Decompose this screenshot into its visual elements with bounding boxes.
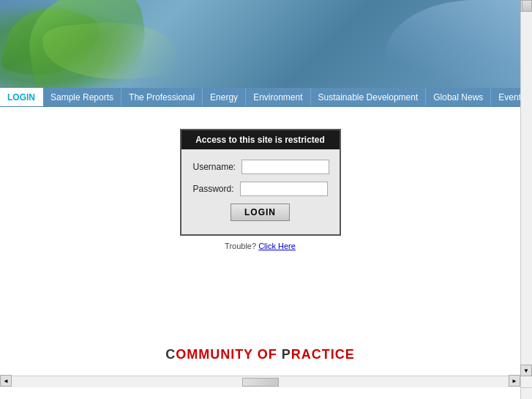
header-banner (0, 0, 532, 88)
practice-word: PRACTICE (282, 347, 355, 362)
nav-item-energy[interactable]: Energy (203, 88, 246, 106)
nav-bar: LOGIN Sample Reports The Professional En… (0, 88, 520, 107)
leaf-decoration-1 (0, 0, 103, 88)
community-word: COMMUNITY (165, 347, 253, 362)
scrollbar-thumb[interactable] (522, 0, 532, 12)
login-box: Access to this site is restricted Userna… (180, 129, 341, 236)
scrollbar-corner (520, 387, 532, 399)
password-label: Password: (193, 184, 240, 194)
click-here-link[interactable]: Click Here (258, 242, 296, 250)
username-row: Username: (193, 160, 328, 174)
login-box-header: Access to this site is restricted (181, 130, 340, 149)
nav-item-global-news[interactable]: Global News (426, 88, 491, 106)
wave-decoration (386, 0, 532, 88)
scroll-right-button[interactable]: ► (509, 375, 520, 387)
leaf-decoration-2 (42, 16, 178, 86)
scrollbar-bottom (0, 376, 520, 387)
nav-item-environment[interactable]: Environment (246, 88, 310, 106)
community-of-practice: COMMUNITY OF PRACTICE (0, 347, 520, 362)
nav-item-sustainable-development[interactable]: Sustainable Development (311, 88, 427, 106)
practice-highlight: RACTICE (291, 347, 355, 362)
password-row: Password: (193, 182, 328, 196)
login-button[interactable]: LOGIN (231, 204, 290, 221)
scroll-down-button[interactable]: ▼ (520, 365, 532, 376)
nav-item-login[interactable]: LOGIN (0, 88, 43, 106)
of-word: OF (258, 347, 282, 362)
community-highlight: OMMUNITY (176, 347, 253, 362)
login-btn-row: LOGIN (193, 204, 328, 221)
login-box-body: Username: Password: LOGIN (181, 149, 340, 234)
nav-item-the-professional[interactable]: The Professional (121, 88, 203, 106)
username-label: Username: (193, 162, 242, 172)
nav-item-sample-reports[interactable]: Sample Reports (43, 88, 121, 106)
scroll-left-button[interactable]: ◄ (0, 375, 12, 387)
password-input[interactable] (240, 182, 328, 196)
trouble-text: Trouble? Click Here (225, 242, 296, 250)
scrollbar-bottom-thumb[interactable] (242, 378, 279, 387)
username-input[interactable] (241, 160, 329, 174)
scrollbar-right: ▲ ▼ (520, 0, 532, 388)
